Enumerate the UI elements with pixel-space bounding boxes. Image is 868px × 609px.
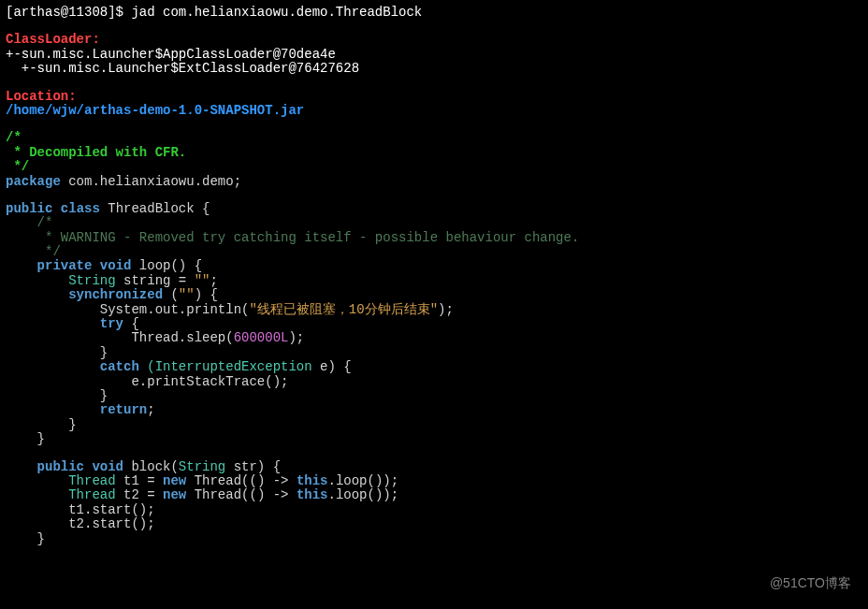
t2-start: t2.start(); <box>6 517 862 531</box>
method-loop-decl: private void loop() { <box>6 259 862 273</box>
close-brace: } <box>6 432 862 446</box>
classloader-line2: +-sun.misc.Launcher$ExtClassLoader@76427… <box>6 62 862 76</box>
println-line: System.out.println("线程已被阻塞，10分钟后结束"); <box>6 303 862 317</box>
prompt-text: [arthas@11308]$ <box>6 5 131 20</box>
t1-start: t1.start(); <box>6 503 862 517</box>
close-brace: } <box>6 346 862 360</box>
sleep-line: Thread.sleep(600000L); <box>6 331 862 345</box>
location-header: Location: <box>6 90 862 104</box>
comment-line: * WARNING - Removed try catching itself … <box>6 231 862 245</box>
class-decl: public class ThreadBlock { <box>6 202 862 216</box>
comment-line: /* <box>6 216 862 230</box>
blank-line <box>6 447 862 460</box>
catch-line: catch (InterruptedException e) { <box>6 360 862 374</box>
catch-body: e.printStackTrace(); <box>6 375 862 389</box>
thread-t1-decl: Thread t1 = new Thread(() -> this.loop()… <box>6 474 862 488</box>
close-brace: } <box>6 389 862 403</box>
watermark-text: @51CTO博客 <box>770 576 851 590</box>
comment-line: */ <box>6 160 862 174</box>
command-text: jad com.helianxiaowu.demo.ThreadBlock <box>131 5 422 20</box>
location-path: /home/wjw/arthas-demo-1.0-SNAPSHOT.jar <box>6 104 862 118</box>
blank-line <box>6 118 862 131</box>
close-brace: } <box>6 418 862 432</box>
blank-line <box>6 189 862 202</box>
close-brace: } <box>6 532 862 546</box>
comment-line: /* <box>6 131 862 145</box>
try-line: try { <box>6 317 862 331</box>
package-line: package com.helianxiaowu.demo; <box>6 175 862 189</box>
classloader-header: ClassLoader: <box>6 33 862 47</box>
blank-line <box>6 20 862 33</box>
comment-line: * Decompiled with CFR. <box>6 146 862 160</box>
string-decl: String string = ""; <box>6 274 862 288</box>
classloader-line1: +-sun.misc.Launcher$AppClassLoader@70dea… <box>6 48 862 62</box>
method-block-decl: public void block(String str) { <box>6 460 862 474</box>
comment-line: */ <box>6 245 862 259</box>
prompt-line[interactable]: [arthas@11308]$ jad com.helianxiaowu.dem… <box>6 6 862 20</box>
return-line: return; <box>6 403 862 417</box>
synchronized-line: synchronized ("") { <box>6 288 862 302</box>
blank-line <box>6 77 862 90</box>
thread-t2-decl: Thread t2 = new Thread(() -> this.loop()… <box>6 488 862 502</box>
